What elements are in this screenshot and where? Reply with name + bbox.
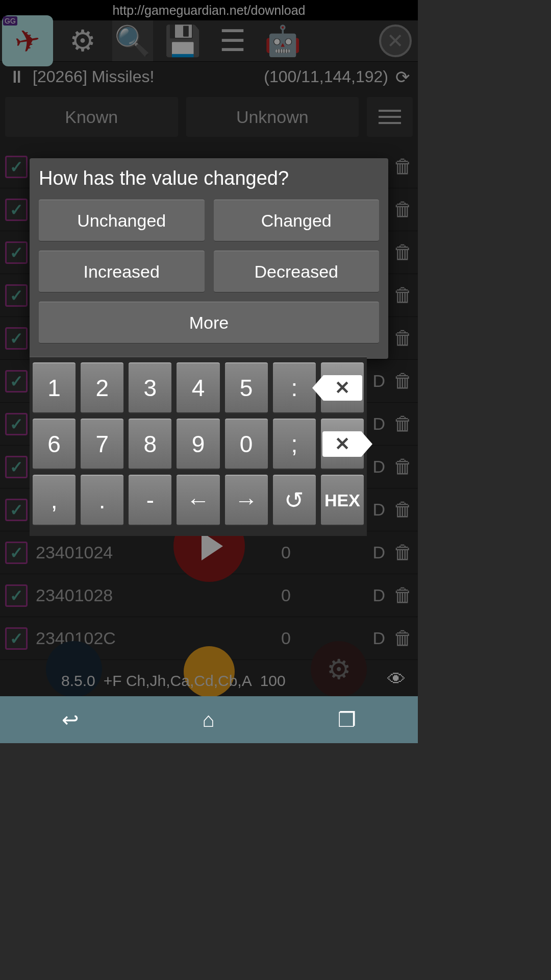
key-left[interactable]: ← <box>177 475 219 526</box>
key-5[interactable]: 5 <box>225 362 268 413</box>
delete-icon: ✕ <box>322 431 362 457</box>
key-hex[interactable]: HEX <box>321 475 364 526</box>
value-changed-dialog: How has the value changed? Unchanged Cha… <box>30 158 388 359</box>
nav-home-icon[interactable]: ⌂ <box>202 708 214 731</box>
key-backspace[interactable]: ✕ <box>321 362 364 413</box>
changed-button[interactable]: Changed <box>214 200 380 241</box>
backspace-icon: ✕ <box>322 375 362 401</box>
key-history[interactable]: ↺ <box>273 475 316 526</box>
increased-button[interactable]: Increased <box>39 251 205 292</box>
nav-back-icon[interactable]: ↩ <box>62 708 79 731</box>
keypad: 1 2 3 4 5 : ✕ 6 7 8 9 0 ; ✕ , . - ← → ↺ … <box>30 356 367 536</box>
key-colon[interactable]: : <box>273 362 316 413</box>
key-6[interactable]: 6 <box>33 419 76 470</box>
nav-recents-icon[interactable]: ❐ <box>338 708 356 731</box>
decreased-button[interactable]: Decreased <box>214 251 380 292</box>
dialog-title: How has the value changed? <box>39 167 379 189</box>
key-comma[interactable]: , <box>33 475 76 526</box>
key-9[interactable]: 9 <box>177 419 219 470</box>
key-dot[interactable]: . <box>81 475 123 526</box>
key-1[interactable]: 1 <box>33 362 76 413</box>
key-8[interactable]: 8 <box>129 419 171 470</box>
key-7[interactable]: 7 <box>81 419 123 470</box>
more-button[interactable]: More <box>39 302 379 344</box>
key-0[interactable]: 0 <box>225 419 268 470</box>
key-right[interactable]: → <box>225 475 268 526</box>
key-2[interactable]: 2 <box>81 362 123 413</box>
key-delete[interactable]: ✕ <box>321 419 364 470</box>
key-minus[interactable]: - <box>129 475 171 526</box>
key-semicolon[interactable]: ; <box>273 419 316 470</box>
nav-bar: ↩ ⌂ ❐ <box>0 696 418 743</box>
key-4[interactable]: 4 <box>177 362 219 413</box>
key-3[interactable]: 3 <box>129 362 171 413</box>
history-icon: ↺ <box>284 486 304 514</box>
unchanged-button[interactable]: Unchanged <box>39 200 205 241</box>
